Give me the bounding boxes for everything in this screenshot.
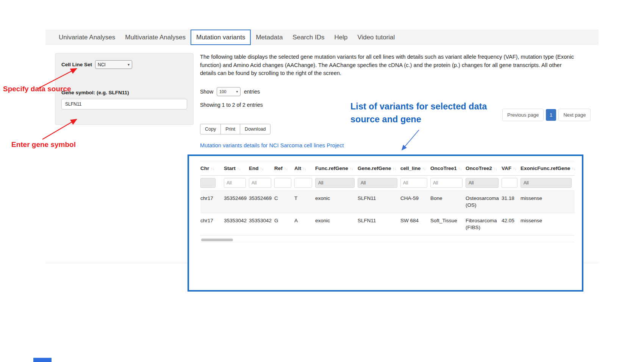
- footer-accent: [33, 358, 52, 362]
- column-header-end[interactable]: End↑↓: [249, 161, 274, 176]
- gene-symbol-input[interactable]: [61, 99, 187, 109]
- column-label: Gene.refGene: [358, 165, 391, 171]
- column-header-exonicfunc-refgene[interactable]: ExonicFunc.refGene↑↓: [521, 161, 575, 176]
- column-label: Start: [224, 165, 236, 171]
- cell-gene-refgene: SLFN11: [358, 191, 400, 213]
- cell-oncotree1: Bone: [430, 191, 466, 213]
- variants-table: Chr↑↓ Start↑↓ End↑↓ Ref↑↓ Alt↑↓ Func.ref…: [200, 161, 575, 236]
- column-header-alt[interactable]: Alt↑↓: [294, 161, 315, 176]
- table-row[interactable]: chr17 35352469 35352469 C T exonic SLFN1…: [200, 191, 575, 213]
- sort-icon: ↑↓: [350, 166, 353, 171]
- column-header-ref[interactable]: Ref↑↓: [274, 161, 294, 176]
- header-row: Chr↑↓ Start↑↓ End↑↓ Ref↑↓ Alt↑↓ Func.ref…: [200, 161, 575, 176]
- column-label: VAF: [502, 165, 511, 171]
- filter-func-refgene[interactable]: All: [315, 178, 355, 188]
- column-label: End: [249, 165, 259, 171]
- cell-func-refgene: exonic: [315, 213, 358, 236]
- column-label: ExonicFunc.refGene: [521, 165, 570, 171]
- cell-cell-line: CHA-59: [400, 191, 430, 213]
- filter-oncotree2[interactable]: All: [466, 178, 499, 188]
- sort-icon: ↑↓: [284, 166, 288, 171]
- sort-icon: ↑↓: [458, 166, 462, 171]
- column-header-vaf[interactable]: VAF↑↓: [502, 161, 521, 176]
- cell-cell-line: SW 684: [400, 213, 430, 236]
- current-page-button[interactable]: 1: [546, 109, 556, 121]
- pagination: Previous page 1 Next page: [502, 109, 591, 121]
- column-header-gene-refgene[interactable]: Gene.refGene↑↓: [358, 161, 400, 176]
- filter-chr[interactable]: [200, 178, 216, 188]
- cell-oncotree2: Osteosarcoma (OS): [466, 191, 502, 213]
- cell-exonicfunc-refgene: missense: [521, 191, 575, 213]
- entries-label: entries: [244, 89, 260, 95]
- download-button[interactable]: Download: [240, 124, 271, 134]
- annotation-variants-list: List of variants for selected data sourc…: [350, 100, 502, 126]
- chevron-down-icon: ▾: [128, 62, 130, 67]
- filter-oncotree1[interactable]: [430, 178, 463, 188]
- sort-icon: ↑↓: [211, 166, 214, 171]
- horizontal-scrollbar-thumb[interactable]: [201, 239, 233, 241]
- cell-exonicfunc-refgene: missense: [521, 213, 575, 236]
- cell-ref: C: [274, 191, 294, 213]
- filter-start[interactable]: [224, 178, 246, 188]
- horizontal-scrollbar-track[interactable]: [200, 238, 575, 242]
- cell-alt: T: [294, 191, 315, 213]
- sort-icon: ↑↓: [303, 166, 306, 171]
- column-label: Chr: [200, 165, 209, 171]
- column-header-cell-line[interactable]: cell_line↑↓: [400, 161, 430, 176]
- chevron-down-icon: ▾: [236, 90, 238, 94]
- tab-mutation-variants[interactable]: Mutation variants: [191, 30, 251, 45]
- column-header-oncotree2[interactable]: OncoTree2↑↓: [466, 161, 502, 176]
- filter-end[interactable]: [249, 178, 271, 188]
- cell-chr: chr17: [200, 191, 224, 213]
- tab-multivariate-analyses[interactable]: Multivariate Analyses: [120, 30, 191, 45]
- variants-table-panel: Chr↑↓ Start↑↓ End↑↓ Ref↑↓ Alt↑↓ Func.ref…: [188, 154, 583, 292]
- column-header-oncotree1[interactable]: OncoTree1↑↓: [430, 161, 466, 176]
- sort-icon: ↑↓: [513, 166, 516, 171]
- cell-start: 35353042: [224, 213, 249, 236]
- print-button[interactable]: Print: [220, 124, 240, 134]
- export-buttons: Copy Print Download: [200, 124, 270, 134]
- app-page: Univariate Analyses Multivariate Analyse…: [0, 0, 644, 362]
- tab-search-ids[interactable]: Search IDs: [288, 30, 329, 45]
- filter-alt[interactable]: [294, 178, 312, 188]
- column-label: OncoTree1: [430, 165, 457, 171]
- tab-video-tutorial[interactable]: Video tutorial: [352, 30, 400, 45]
- sort-icon: ↑↓: [237, 166, 241, 171]
- annotation-specify-data-source: Specify data source: [3, 85, 71, 93]
- filter-exonicfunc-refgene[interactable]: All: [521, 178, 572, 188]
- sort-icon: ↑↓: [494, 166, 497, 171]
- next-page-button[interactable]: Next page: [558, 109, 591, 121]
- main-nav: Univariate Analyses Multivariate Analyse…: [45, 30, 599, 45]
- filter-gene-refgene[interactable]: All: [358, 178, 397, 188]
- filter-cell-line[interactable]: [400, 178, 427, 188]
- cell-end: 35352469: [249, 191, 274, 213]
- previous-page-button[interactable]: Previous page: [502, 109, 544, 121]
- tab-help[interactable]: Help: [329, 30, 352, 45]
- tab-metadata[interactable]: Metadata: [251, 30, 288, 45]
- table-description: The following table displays the selecte…: [200, 53, 577, 78]
- sort-icon: ↑↓: [393, 166, 396, 171]
- cell-end: 35353042: [249, 213, 274, 236]
- page-length-select[interactable]: 100 ▾: [217, 87, 241, 96]
- column-header-start[interactable]: Start↑↓: [224, 161, 249, 176]
- filter-vaf[interactable]: [502, 178, 517, 188]
- column-header-chr[interactable]: Chr↑↓: [200, 161, 224, 176]
- cell-func-refgene: exonic: [315, 191, 358, 213]
- column-label: OncoTree2: [466, 165, 492, 171]
- table-caption-link[interactable]: Mutation variants details for NCI Sarcom…: [200, 142, 577, 148]
- annotation-enter-gene-symbol: Enter gene symbol: [11, 140, 76, 149]
- cell-line-set-label: Cell Line Set: [61, 62, 92, 67]
- tab-univariate-analyses[interactable]: Univariate Analyses: [54, 30, 120, 45]
- cell-oncotree1: Soft_Tissue: [430, 213, 466, 236]
- cell-ref: G: [274, 213, 294, 236]
- filter-ref[interactable]: [274, 178, 291, 188]
- cell-gene-refgene: SLFN11: [358, 213, 400, 236]
- table-row[interactable]: chr17 35353042 35353042 G A exonic SLFN1…: [200, 213, 575, 236]
- column-label: cell_line: [400, 165, 420, 171]
- copy-button[interactable]: Copy: [200, 124, 221, 134]
- column-header-func-refgene[interactable]: Func.refGene↑↓: [315, 161, 358, 176]
- sort-icon: ↑↓: [260, 166, 264, 171]
- sort-icon: ↑↓: [422, 166, 425, 171]
- cell-line-set-select[interactable]: NCI ▾: [95, 60, 132, 69]
- gene-symbol-label: Gene symbol: (e.g. SLFN11): [61, 90, 187, 95]
